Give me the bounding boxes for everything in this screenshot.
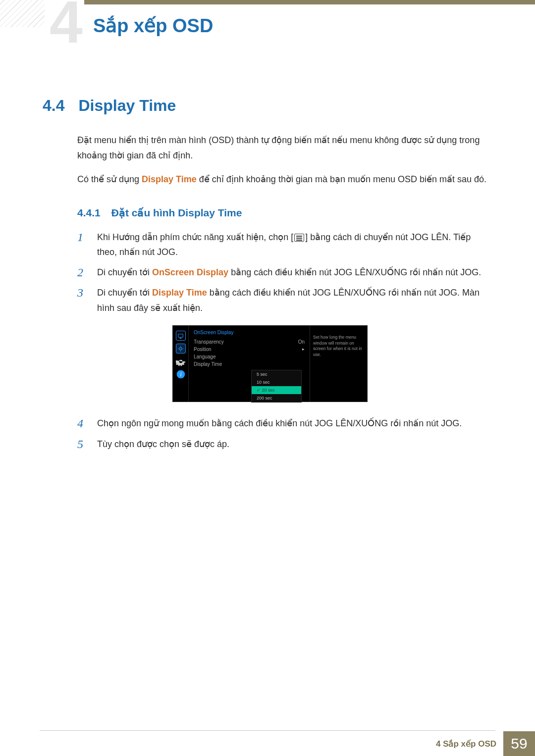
step-number: 2 — [77, 265, 86, 280]
step-3: 3 Di chuyển tới Display Time bằng cách đ… — [77, 285, 492, 315]
text-span: Di chuyển tới — [97, 288, 152, 298]
osd-item-label: Language — [194, 354, 216, 359]
content-area: 4.4 Display Time Đặt menu hiển thị trên … — [43, 97, 492, 457]
subsection-heading: 4.4.1 Đặt cấu hình Display Time — [77, 207, 492, 219]
navigation-icon — [176, 344, 186, 353]
osd-screenshot: i OnScreen Display Transparency On Posit… — [172, 325, 368, 402]
svg-rect-1 — [179, 348, 181, 350]
svg-rect-0 — [178, 334, 183, 338]
footer-chapter-label: 4 Sắp xếp OSD — [429, 731, 503, 756]
osd-main: OnScreen Display Transparency On Positio… — [189, 326, 367, 402]
step-2: 2 Di chuyển tới OnScreen Display bằng cá… — [77, 265, 492, 280]
osd-menu-item: Language — [194, 353, 305, 360]
osd-popup-option-selected: 20 sec — [252, 386, 301, 394]
osd-popup-option: 200 sec — [252, 394, 301, 402]
chevron-right-icon: ▸ — [302, 347, 305, 352]
header-hatch-decoration — [0, 0, 45, 27]
section-heading: 4.4 Display Time — [43, 97, 492, 115]
osd-item-label: Position — [194, 347, 212, 352]
step-text: Khi Hướng dẫn phím chức năng xuất hiện, … — [97, 230, 492, 260]
osd-item-label: Display Time — [194, 361, 222, 367]
monitor-icon — [176, 331, 186, 341]
step-text: Di chuyển tới OnScreen Display bằng cách… — [97, 265, 481, 280]
subsection-number: 4.4.1 — [77, 207, 101, 219]
menu-icon — [294, 234, 304, 242]
text-span: Di chuyển tới — [97, 267, 152, 277]
text-span: Có thể sử dụng — [77, 174, 142, 184]
steps-list: 1 Khi Hướng dẫn phím chức năng xuất hiện… — [77, 230, 492, 316]
step-text: Di chuyển tới Display Time bằng cách điề… — [97, 285, 492, 315]
text-span: để chỉ định khoảng thời gian mà bạn muốn… — [197, 174, 486, 184]
onscreen-display-term: OnScreen Display — [152, 267, 228, 277]
step-text: Chọn ngôn ngữ mong muốn bằng cách điều k… — [97, 416, 462, 431]
step-number: 1 — [77, 230, 86, 260]
osd-popup-option: 10 sec — [252, 378, 301, 386]
step-4: 4 Chọn ngôn ngữ mong muốn bằng cách điều… — [77, 416, 492, 431]
osd-menu-item: Display Time — [194, 360, 305, 368]
step-1: 1 Khi Hướng dẫn phím chức năng xuất hiện… — [77, 230, 492, 260]
subsection-title: Đặt cấu hình Display Time — [111, 207, 242, 219]
section-title: Display Time — [78, 97, 176, 115]
header-bar — [84, 0, 535, 4]
text-span: Khi Hướng dẫn phím chức năng xuất hiện, … — [97, 232, 293, 242]
osd-item-value: On — [298, 339, 305, 345]
chapter-number-watermark: 4 — [50, 0, 83, 49]
osd-menu-title: OnScreen Display — [194, 330, 305, 335]
gear-icon — [176, 356, 186, 366]
osd-help-text: Set how long the menu window will remain… — [310, 326, 367, 402]
footer-page-number: 59 — [503, 731, 535, 756]
display-time-term: Display Time — [152, 288, 207, 298]
svg-text:i: i — [180, 372, 181, 378]
step-5: 5 Tùy chọn được chọn sẽ được áp. — [77, 437, 492, 452]
step-number: 4 — [77, 416, 86, 431]
osd-popup-option: 5 sec — [252, 370, 301, 378]
text-span: bằng cách điều khiển nút JOG LÊN/XUỐNG r… — [228, 267, 481, 277]
osd-popup: 5 sec 10 sec 20 sec 200 sec — [251, 370, 302, 403]
osd-menu-item: Transparency On — [194, 338, 305, 346]
osd-menu: OnScreen Display Transparency On Positio… — [189, 326, 310, 402]
section-number: 4.4 — [43, 97, 64, 115]
step-number: 3 — [77, 285, 86, 315]
steps-list-continued: 4 Chọn ngôn ngữ mong muốn bằng cách điều… — [77, 416, 492, 452]
intro-paragraph-1: Đặt menu hiển thị trên màn hình (OSD) th… — [77, 133, 492, 163]
step-text: Tùy chọn được chọn sẽ được áp. — [97, 437, 229, 452]
osd-menu-item: Position ▸ — [194, 346, 305, 353]
intro-paragraph-2: Có thể sử dụng Display Time để chỉ định … — [77, 172, 492, 187]
page-footer: 4 Sắp xếp OSD 59 — [0, 731, 535, 756]
osd-item-label: Transparency — [194, 339, 224, 345]
display-time-term: Display Time — [142, 174, 197, 184]
page-title: Sắp xếp OSD — [93, 15, 213, 37]
info-icon: i — [176, 369, 186, 379]
step-number: 5 — [77, 437, 86, 452]
footer-divider — [40, 730, 495, 731]
osd-sidebar: i — [173, 326, 189, 402]
